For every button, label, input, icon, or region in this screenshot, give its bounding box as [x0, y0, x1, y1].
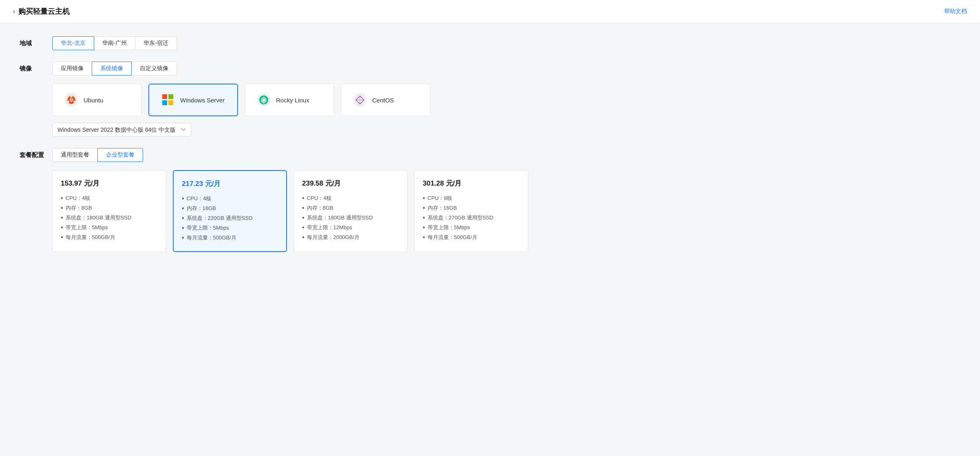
svg-point-2: [71, 96, 72, 97]
plan-3-bw: 带宽上限：12Mbps: [302, 224, 399, 231]
image-section: 镜像 应用镜像 系统镜像 自定义镜像: [20, 62, 551, 137]
os-card-centos[interactable]: CentOS: [341, 84, 430, 116]
help-link[interactable]: 帮助文档: [944, 8, 967, 15]
plan-1-price: 153.97 元/月: [61, 179, 158, 188]
image-content: 应用镜像 系统镜像 自定义镜像: [52, 62, 551, 137]
image-type-group: 应用镜像 系统镜像 自定义镜像: [52, 62, 551, 75]
os-centos-label: CentOS: [372, 97, 394, 104]
main-content: 地域 华北-北京 华南-广州 华东-宿迁 镜像 应用镜像 系统镜像 自定义镜像: [0, 23, 571, 277]
region-suqian[interactable]: 华东-宿迁: [135, 36, 177, 50]
image-type-app[interactable]: 应用镜像: [52, 62, 92, 75]
centos-icon-wrapper: [353, 93, 367, 107]
os-card-windows[interactable]: Windows Server: [148, 84, 238, 116]
plan-2-mem: 内存：16GB: [182, 205, 278, 212]
win-sq-red: [162, 94, 167, 99]
plan-2-bw: 带宽上限：5Mbps: [182, 224, 278, 232]
plan-1-disk: 系统盘：180GB 通用型SSD: [61, 214, 158, 221]
rocky-logo: [257, 93, 271, 107]
plan-type-group: 通用型套餐 企业型套餐: [52, 148, 551, 162]
back-button[interactable]: ‹: [13, 8, 15, 15]
plan-1-cpu: CPU：4核: [61, 195, 158, 202]
plan-type-general[interactable]: 通用型套餐: [52, 148, 98, 162]
plan-2-cpu: CPU：4核: [182, 195, 278, 202]
plan-1-mem: 内存：8GB: [61, 204, 158, 212]
svg-point-3: [73, 101, 75, 102]
ubuntu-icon: [64, 93, 79, 107]
image-type-system[interactable]: 系统镜像: [92, 62, 132, 75]
region-beijing[interactable]: 华北-北京: [52, 36, 94, 50]
plan-card-2[interactable]: 217.23 元/月 CPU：4核 内存：16GB 系统盘：220GB 通用型S…: [173, 170, 287, 252]
windows-icon: [161, 93, 175, 107]
plan-4-disk: 系统盘：270GB 通用型SSD: [423, 214, 520, 221]
plan-type-enterprise[interactable]: 企业型套餐: [97, 148, 143, 162]
plan-3-cpu: CPU：4核: [302, 195, 399, 202]
image-label: 镜像: [20, 62, 52, 73]
plan-1-traffic: 每月流量：500GB/月: [61, 234, 158, 241]
region-label: 地域: [20, 36, 52, 47]
plan-4-cpu: CPU：8核: [423, 195, 520, 202]
plan-card-1[interactable]: 153.97 元/月 CPU：4核 内存：8GB 系统盘：180GB 通用型SS…: [52, 170, 166, 252]
win-sq-blue: [162, 100, 167, 105]
plan-4-specs: CPU：8核 内存：16GB 系统盘：270GB 通用型SSD 带宽上限：5Mb…: [423, 195, 520, 241]
os-rocky-label: Rocky Linux: [276, 97, 309, 104]
region-section: 地域 华北-北京 华南-广州 华东-宿迁: [20, 36, 551, 50]
plan-1-bw: 带宽上限：5Mbps: [61, 224, 158, 231]
plan-cards-container: 153.97 元/月 CPU：4核 内存：8GB 系统盘：180GB 通用型SS…: [52, 170, 551, 252]
plan-3-mem: 内存：8GB: [302, 204, 399, 212]
version-select-wrapper: Windows Server 2022 数据中心版 64位 中文版 Window…: [52, 123, 551, 137]
version-select[interactable]: Windows Server 2022 数据中心版 64位 中文版 Window…: [52, 123, 191, 137]
win-sq-yellow: [168, 100, 173, 105]
plan-2-specs: CPU：4核 内存：16GB 系统盘：220GB 通用型SSD 带宽上限：5Mb…: [182, 195, 278, 241]
plan-3-traffic: 每月流量：2000GB/月: [302, 234, 399, 241]
plan-card-3[interactable]: 239.58 元/月 CPU：4核 内存：8GB 系统盘：180GB 通用型SS…: [294, 170, 408, 252]
plan-4-price: 301.28 元/月: [423, 179, 520, 188]
plan-label: 套餐配置: [20, 148, 52, 159]
region-btn-group: 华北-北京 华南-广州 华东-宿迁: [52, 36, 551, 50]
centos-logo: [353, 93, 367, 107]
region-options: 华北-北京 华南-广州 华东-宿迁: [52, 36, 551, 50]
plan-section: 套餐配置 通用型套餐 企业型套餐 153.97 元/月 CPU：4核 内存：8G…: [20, 148, 551, 252]
plan-4-bw: 带宽上限：5Mbps: [423, 224, 520, 231]
plan-card-4[interactable]: 301.28 元/月 CPU：8核 内存：16GB 系统盘：270GB 通用型S…: [414, 170, 528, 252]
plan-3-disk: 系统盘：180GB 通用型SSD: [302, 214, 399, 221]
plan-2-price: 217.23 元/月: [182, 179, 278, 188]
plan-3-price: 239.58 元/月: [302, 179, 399, 188]
os-windows-label: Windows Server: [180, 97, 225, 104]
plan-4-traffic: 每月流量：500GB/月: [423, 234, 520, 241]
region-guangzhou[interactable]: 华南-广州: [94, 36, 136, 50]
ubuntu-logo: [64, 93, 78, 107]
header-left: ‹ 购买轻量云主机: [13, 7, 70, 16]
page-header: ‹ 购买轻量云主机 帮助文档: [0, 0, 980, 23]
os-card-ubuntu[interactable]: Ubuntu: [52, 84, 142, 116]
os-card-rocky[interactable]: Rocky Linux: [245, 84, 334, 116]
rocky-icon-wrapper: [256, 93, 271, 107]
svg-point-4: [68, 101, 69, 102]
os-cards: Ubuntu Windows Server: [52, 84, 551, 116]
plan-3-specs: CPU：4核 内存：8GB 系统盘：180GB 通用型SSD 带宽上限：12Mb…: [302, 195, 399, 241]
plan-2-traffic: 每月流量：500GB/月: [182, 234, 278, 241]
plan-4-mem: 内存：16GB: [423, 204, 520, 212]
image-type-custom[interactable]: 自定义镜像: [131, 62, 177, 75]
plan-1-specs: CPU：4核 内存：8GB 系统盘：180GB 通用型SSD 带宽上限：5Mbp…: [61, 195, 158, 241]
os-ubuntu-label: Ubuntu: [84, 97, 103, 104]
page-title: 购买轻量云主机: [18, 7, 70, 16]
windows-logo: [162, 94, 174, 106]
plan-2-disk: 系统盘：220GB 通用型SSD: [182, 215, 278, 222]
win-sq-green: [168, 94, 173, 99]
plan-content: 通用型套餐 企业型套餐 153.97 元/月 CPU：4核 内存：8GB 系统盘…: [52, 148, 551, 252]
